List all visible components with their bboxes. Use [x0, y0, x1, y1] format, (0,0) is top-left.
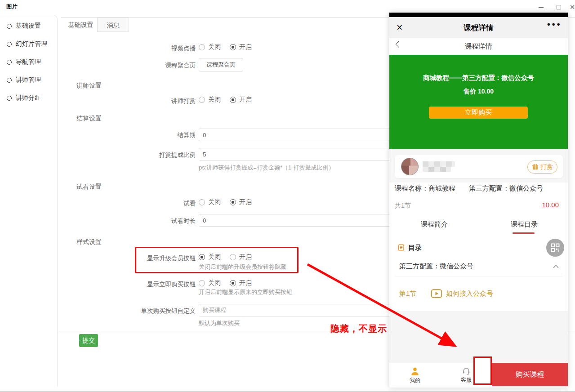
chevron-up-icon[interactable] [553, 264, 559, 268]
headset-icon [462, 366, 471, 375]
radio-off[interactable]: 关闭 [199, 96, 221, 104]
subnav-title: 课程详情 [389, 42, 568, 51]
annotation-note-text: 隐藏，不显示 [330, 323, 387, 335]
lesson-number: 第1节 [399, 290, 416, 298]
course-aggregation-button[interactable]: 课程聚合页 [199, 58, 243, 71]
phone-page-title: 课程详情 [389, 23, 568, 33]
radio-off[interactable]: 关闭 [199, 279, 221, 287]
sidebar-item-slideshow[interactable]: 幻灯片管理 [7, 39, 47, 49]
circle-icon [7, 60, 12, 65]
hero-price-line: 售价 10.00 [389, 88, 568, 96]
lecturer-reward-label: 讲师打赏 [58, 97, 196, 105]
radio-icon [230, 44, 236, 50]
sidebar-item-label: 导航管理 [16, 58, 41, 66]
buy-button-custom-label: 单次购买按钮自定义 [58, 307, 196, 315]
minimize-icon[interactable] [534, 3, 548, 12]
phone-preview-panel: × 课程详情 ●●● 课程详情 商城教程——第三方配置：微信公众号 售价 10.… [389, 13, 568, 388]
sidebar-item-label: 讲师管理 [16, 76, 41, 84]
circle-icon [7, 42, 12, 47]
sidebar: 基础设置 幻灯片管理 导航管理 讲师管理 讲师分红 [0, 15, 58, 387]
chapter-divider [395, 276, 563, 276]
gift-icon [532, 164, 539, 170]
tab-course-intro[interactable]: 课程简介 [407, 220, 461, 229]
phone-status-bar [389, 13, 568, 17]
radio-icon [199, 199, 205, 205]
tab-basic-settings[interactable]: 基础设置 [64, 18, 97, 32]
radio-icon [199, 97, 205, 103]
purchase-course-button[interactable]: 购买课程 [492, 363, 568, 386]
reward-button-label: 打赏 [540, 163, 553, 171]
chapter-title[interactable]: 第三方配置：微信公众号 [399, 262, 473, 271]
window-close-icon[interactable]: ✕ [566, 3, 575, 12]
buy-now-button[interactable]: 立即购买 [429, 107, 528, 119]
radio-on[interactable]: 开启 [230, 43, 252, 51]
play-video-icon [431, 289, 442, 298]
user-icon [410, 367, 419, 376]
radio-on[interactable]: 开启 [230, 96, 252, 104]
buy-button-custom-hint: 默认为单次购买 [199, 319, 240, 327]
annotation-highlight-box-upgrade-row [135, 247, 299, 273]
maximize-icon[interactable] [552, 3, 566, 12]
section-trial-settings: 试看设置 [76, 183, 102, 191]
app-window: 图片 ✕ 基础设置 幻灯片管理 导航管理 讲师管理 讲师分红 基础设置 消息 视… [0, 0, 575, 392]
tab-course-catalog[interactable]: 课程目录 [497, 220, 551, 229]
document-icon [398, 244, 405, 251]
sidebar-item-label: 基础设置 [16, 22, 41, 30]
lesson-count: 共1节 [395, 202, 411, 210]
phone-titlebar: × 课程详情 ●●● [389, 17, 568, 38]
active-tab-underline [513, 232, 535, 234]
show-buynow-label: 显示立即购买按钮 [58, 281, 196, 289]
trial-radio-group: 关闭 开启 [199, 198, 252, 206]
course-hero-banner: 商城教程——第三方配置：微信公众号 售价 10.00 立即购买 [389, 55, 568, 149]
annotation-highlight-box-hidden-slot [473, 356, 492, 385]
lecturer-reward-radio-group: 关闭 开启 [199, 96, 252, 104]
lecturer-name-blurred [423, 161, 455, 172]
circle-icon [7, 24, 12, 29]
radio-off[interactable]: 关闭 [199, 198, 221, 206]
video-ondemand-radio-group: 关闭 开启 [199, 43, 252, 51]
sidebar-item-label: 幻灯片管理 [16, 40, 47, 48]
circle-icon [7, 96, 12, 101]
sidebar-item-basic-settings[interactable]: 基础设置 [7, 21, 41, 31]
reward-ratio-hint: ps:讲师获得打赏提成=打赏金额*（1-打赏提成比例） [199, 164, 334, 172]
avatar [401, 158, 419, 175]
sidebar-item-lecturer-dividend[interactable]: 讲师分红 [7, 93, 41, 103]
radio-on[interactable]: 开启 [230, 279, 252, 287]
tabbar-label-mine: 我的 [401, 377, 428, 384]
qr-code-icon [551, 243, 560, 252]
show-buynow-radio-group: 关闭 开启 [199, 279, 252, 287]
tab-message[interactable]: 消息 [97, 18, 129, 32]
radio-on[interactable]: 开启 [230, 198, 252, 206]
sidebar-item-lecturer-mgmt[interactable]: 讲师管理 [7, 75, 41, 85]
video-ondemand-label: 视频点播 [58, 45, 196, 53]
catalog-header: 目录 [408, 244, 422, 252]
section-lecturer-settings: 讲师设置 [76, 82, 102, 90]
radio-icon [199, 44, 205, 50]
lecturer-card: 打赏 [395, 155, 563, 178]
lesson-title[interactable]: 如何接入公众号 [446, 290, 493, 298]
course-aggregation-label: 课程聚合页 [58, 62, 196, 70]
trial-label: 试看 [58, 200, 196, 208]
radio-icon [199, 280, 205, 286]
settlement-period-label: 结算期 [58, 131, 196, 139]
section-style-settings: 样式设置 [76, 238, 102, 246]
ellipsis-menu-icon[interactable]: ●●● [547, 21, 562, 27]
radio-icon [230, 97, 236, 103]
reward-ratio-label: 打赏提成比例 [58, 151, 196, 159]
radio-icon [230, 280, 236, 286]
phone-lower-background [389, 311, 568, 363]
reward-button[interactable]: 打赏 [527, 160, 557, 174]
hero-course-title: 商城教程——第三方配置：微信公众号 [389, 74, 568, 82]
tabbar-item-mine[interactable]: 我的 [401, 367, 428, 384]
course-name-line: 课程名称：商城教程——第三方配置：微信公众号 [395, 184, 566, 193]
phone-subnav: 课程详情 [389, 38, 568, 55]
submit-button[interactable]: 提交 [79, 334, 98, 347]
sidebar-item-navigation[interactable]: 导航管理 [7, 57, 41, 67]
sidebar-item-label: 讲师分红 [16, 94, 41, 102]
radio-off[interactable]: 关闭 [199, 43, 221, 51]
qr-code-float-button[interactable] [546, 239, 564, 257]
section-settlement-settings: 结算设置 [76, 115, 102, 123]
circle-icon [7, 78, 12, 83]
course-price: 10.00 [542, 201, 559, 209]
trial-duration-label: 试看时长 [58, 217, 196, 225]
